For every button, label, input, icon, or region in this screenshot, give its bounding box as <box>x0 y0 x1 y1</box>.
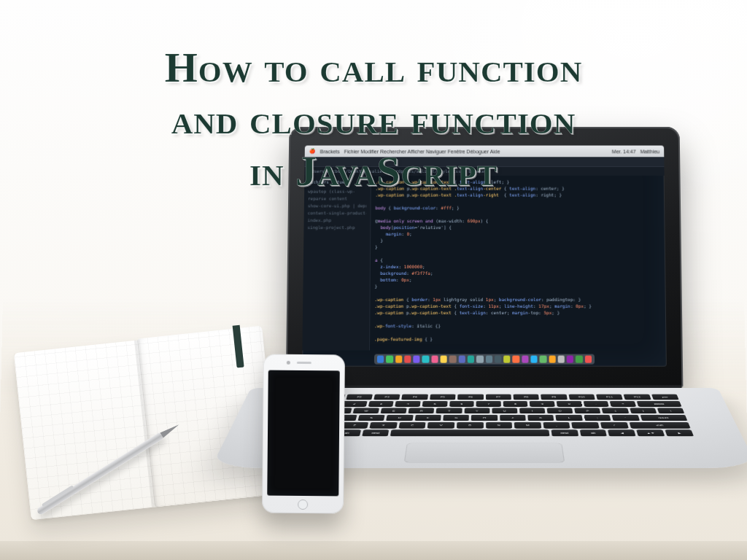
key: M <box>514 422 541 429</box>
apple-icon: 🍎 <box>309 148 316 154</box>
key: V <box>427 422 454 429</box>
key: F <box>414 415 441 421</box>
editor-sidebar: Fichiers actuels wpautop (class-wp-repar… <box>302 176 371 351</box>
key: B <box>457 422 484 429</box>
key: F6 <box>457 394 483 400</box>
key: 7 <box>476 401 501 407</box>
key: P <box>574 408 601 413</box>
dock-app-icon <box>585 356 592 363</box>
key-row: `1234567890-=delete <box>287 401 682 407</box>
dock-app-icon <box>522 356 528 363</box>
dock-app-icon <box>458 356 465 363</box>
dock-app-icon <box>530 356 537 363</box>
key-row: escF1F2F3F4F5F6F7F8F9F10F11F12pwr <box>290 394 678 400</box>
dock-app-icon <box>449 356 456 363</box>
sidebar-file: wpautop (class-wp- <box>308 188 367 195</box>
key: F7 <box>486 394 511 400</box>
phone-home-button <box>298 499 308 510</box>
key: N <box>486 422 513 429</box>
key: O <box>547 408 573 413</box>
key: = <box>610 401 636 407</box>
key: - <box>583 401 609 407</box>
key: L <box>556 415 583 421</box>
dock-app-icon <box>468 356 474 363</box>
key: 2 <box>341 401 368 407</box>
key: T <box>436 408 462 413</box>
key: F11 <box>596 394 623 400</box>
code-editor: Fichiers actuels wpautop (class-wp-repar… <box>302 176 666 351</box>
sidebar-file: content-single-product-fullheight.php <box>308 209 367 217</box>
key: / <box>600 422 629 429</box>
phone-screen <box>267 370 339 497</box>
key: R <box>409 408 435 413</box>
sidebar-file: show-core-ui.php | deprecate <box>308 202 367 209</box>
menubar-clock: Mer. 14:47 <box>612 149 636 154</box>
key: 4 <box>395 401 421 407</box>
key: [ <box>602 408 629 413</box>
key: 6 <box>449 401 474 407</box>
key: H <box>471 415 498 421</box>
key: cmd <box>362 429 390 436</box>
editor-pathbar: /Users/Macbook/Desktop/salient-Wordpress… <box>304 167 664 176</box>
key: 9 <box>530 401 555 407</box>
key: W <box>352 408 379 413</box>
laptop-trackpad <box>404 443 565 463</box>
key: F2 <box>346 394 373 400</box>
dock-app-icon <box>513 356 519 363</box>
key: ] <box>630 408 657 413</box>
smartphone <box>262 354 345 514</box>
dock-app-icon <box>386 356 392 363</box>
dock-app-icon <box>549 356 555 363</box>
dock-app-icon <box>540 356 546 363</box>
dock-app-icon <box>422 356 429 363</box>
sidebar-header: Fichiers actuels <box>308 179 367 186</box>
phone-speaker <box>297 362 311 364</box>
key: delete <box>637 401 682 407</box>
key <box>390 429 549 436</box>
sidebar-file: index.php <box>308 217 367 224</box>
key: D <box>386 415 413 421</box>
key: K <box>527 415 554 421</box>
dock-app-icon <box>576 356 582 363</box>
key: E <box>381 408 407 413</box>
key: F9 <box>541 394 567 400</box>
key: 5 <box>422 401 448 407</box>
laptop-lid: 🍎 Brackets Fichier Modifier Rechercher A… <box>286 127 684 389</box>
table-edge <box>0 541 747 560</box>
key: F3 <box>374 394 400 400</box>
key: G <box>443 415 469 421</box>
key: cmd <box>551 429 578 436</box>
key: ; <box>584 415 611 421</box>
key: return <box>640 415 687 421</box>
dock-app-icon <box>495 356 501 363</box>
dock-app-icon <box>567 356 573 363</box>
dock-app-icon <box>431 356 438 363</box>
dock-app-icon <box>486 356 492 363</box>
dock-app-icon <box>395 356 402 363</box>
dock-app-icon <box>558 356 565 363</box>
dock-app-icon <box>404 356 411 363</box>
key: F12 <box>624 394 651 400</box>
key: . <box>572 422 600 429</box>
key: J <box>500 415 526 421</box>
scene: 🍎 Brackets Fichier Modifier Rechercher A… <box>0 0 747 560</box>
key: , <box>543 422 570 429</box>
sidebar-file: reparse content <box>308 195 367 203</box>
dock-app-icon <box>503 356 510 363</box>
key: X <box>370 422 398 429</box>
phone-camera <box>287 361 290 365</box>
key: F8 <box>513 394 539 400</box>
key: Z <box>341 422 369 429</box>
editor-tabbar <box>305 157 665 167</box>
menubar-app: Brackets <box>320 149 340 154</box>
key: Y <box>464 408 489 413</box>
dock-app-icon <box>413 356 419 363</box>
key: S <box>357 415 384 421</box>
dock-app-icon <box>377 356 384 363</box>
macos-menubar: 🍎 Brackets Fichier Modifier Rechercher A… <box>305 146 665 158</box>
dock-app-icon <box>476 356 483 363</box>
key: 8 <box>503 401 528 407</box>
key: pwr <box>651 394 679 400</box>
dock-app-icon <box>441 356 447 363</box>
key: 0 <box>557 401 582 407</box>
